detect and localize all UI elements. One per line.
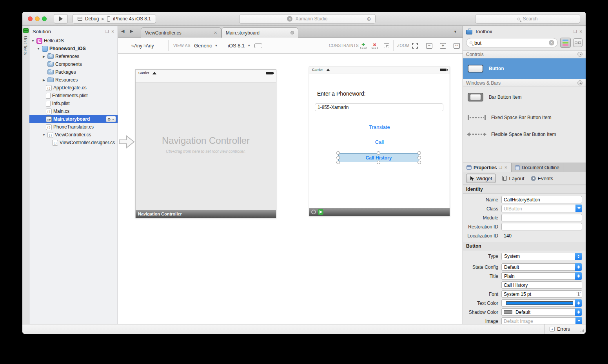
zoom-actual-size-button[interactable]: 1:1 bbox=[454, 38, 460, 54]
type-select[interactable]: System bbox=[501, 253, 582, 260]
resize-handle[interactable] bbox=[417, 161, 421, 164]
tree-item-packages[interactable]: Packages bbox=[29, 68, 118, 76]
resize-handle[interactable] bbox=[336, 151, 340, 155]
navigation-controller-view[interactable]: Navigation Controller Ctrl+drag from her… bbox=[136, 83, 276, 210]
tree-item-viewcontroller[interactable]: ▼ { } ViewController.cs bbox=[29, 131, 118, 139]
tab-document-outline[interactable]: Document Outline bbox=[512, 163, 563, 172]
toolbox-item-button[interactable]: Button bbox=[463, 58, 586, 79]
run-button[interactable] bbox=[54, 14, 68, 24]
resize-handle[interactable] bbox=[377, 151, 380, 155]
close-tab-icon[interactable]: ✕ bbox=[214, 31, 217, 35]
scene-footer-bar[interactable] bbox=[309, 208, 450, 216]
close-window-button[interactable] bbox=[28, 16, 33, 21]
close-pad-icon[interactable]: ✕ bbox=[504, 165, 507, 170]
expander-down-icon[interactable]: ▼ bbox=[31, 39, 35, 43]
expander-down-icon[interactable]: ▼ bbox=[42, 133, 46, 137]
tab-list-dropdown-icon[interactable]: ▼ bbox=[454, 30, 457, 34]
windows-bars-section-header[interactable]: Windows & Bars bbox=[463, 79, 586, 87]
view-controller-scene[interactable]: Carrier Enter a Phoneword: Translate Cal… bbox=[309, 67, 450, 216]
events-tab-button[interactable]: Events bbox=[531, 176, 554, 181]
resize-handle[interactable] bbox=[336, 161, 340, 164]
zoom-in-button[interactable]: + bbox=[440, 38, 446, 54]
navigation-controller-scene[interactable]: Carrier Navigation Controller Ctrl+drag … bbox=[135, 69, 276, 218]
storyboard-entry-arrow-icon[interactable] bbox=[119, 135, 135, 149]
nav-forward-button[interactable]: ▶ bbox=[130, 29, 133, 34]
tree-item-entitlements[interactable]: Entitlements.plist bbox=[29, 92, 118, 100]
title-mode-select[interactable]: Plain bbox=[501, 272, 582, 280]
device-dropdown[interactable]: Generic ▼ bbox=[194, 38, 218, 54]
tree-item-solution[interactable]: ▼ Hello.iOS bbox=[29, 37, 118, 45]
dock-pad-icon[interactable]: ❐ bbox=[574, 29, 577, 34]
translate-button[interactable]: Translate bbox=[309, 124, 450, 130]
view-controller-view[interactable]: Enter a Phoneword: Translate Call Call H… bbox=[309, 74, 450, 208]
tree-item-viewcontroller-designer[interactable]: { } ViewController.designer.cs bbox=[29, 139, 118, 147]
dock-pad-icon[interactable]: ❐ bbox=[105, 29, 109, 34]
storyboard-canvas[interactable]: Carrier Navigation Controller Ctrl+drag … bbox=[118, 54, 463, 324]
tab-properties[interactable]: Properties ❐ ✕ bbox=[463, 163, 512, 172]
tree-item-resources[interactable]: ▶ Resources bbox=[29, 76, 118, 84]
restoration-id-field[interactable] bbox=[501, 223, 582, 230]
toolbox-search-input[interactable] bbox=[474, 40, 547, 46]
expander-right-icon[interactable]: ▶ bbox=[42, 78, 46, 82]
expander-down-icon[interactable]: ▼ bbox=[36, 47, 40, 51]
class-field[interactable] bbox=[501, 205, 582, 212]
collapse-section-icon[interactable] bbox=[577, 52, 583, 57]
resize-grip[interactable] bbox=[580, 328, 584, 332]
image-dropdown-button[interactable] bbox=[575, 317, 582, 324]
resize-handle[interactable] bbox=[336, 156, 340, 159]
collapse-section-icon[interactable] bbox=[577, 80, 583, 85]
close-pad-icon[interactable]: ✕ bbox=[579, 29, 583, 34]
toolbox-compact-view-button[interactable] bbox=[573, 38, 583, 47]
remove-constraint-button[interactable]: ✖ bbox=[372, 38, 378, 54]
resize-handle[interactable] bbox=[417, 151, 421, 155]
clear-search-icon[interactable]: ✕ bbox=[549, 40, 554, 45]
tree-item-phonetranslator[interactable]: { } PhoneTranslator.cs bbox=[29, 123, 118, 131]
font-picker-icon[interactable]: T bbox=[577, 291, 581, 297]
global-search-field[interactable]: Search bbox=[475, 14, 580, 24]
call-history-button-selected[interactable]: Call History bbox=[338, 153, 419, 162]
update-frames-button[interactable] bbox=[384, 38, 389, 54]
run-configuration-selector[interactable]: Debug ▶ iPhone 4s iOS 8.1 bbox=[73, 14, 156, 24]
exit-segue-icon[interactable] bbox=[318, 209, 323, 215]
toolbox-item-bar-button[interactable]: Bar Button Item bbox=[463, 87, 586, 107]
toolbox-item-flexible-space[interactable]: Flexible Space Bar Button Item bbox=[463, 128, 586, 141]
tree-item-components[interactable]: Components bbox=[29, 60, 118, 68]
zoom-fit-button[interactable] bbox=[412, 38, 418, 54]
size-class-selector[interactable]: wAny hAny bbox=[131, 38, 154, 54]
view-controller-icon[interactable] bbox=[311, 210, 316, 214]
widget-tab-button[interactable]: Widget bbox=[466, 174, 496, 183]
toolbox-item-fixed-space[interactable]: Fixed Space Bar Button Item bbox=[463, 107, 586, 128]
name-field[interactable] bbox=[501, 196, 582, 203]
resize-handle[interactable] bbox=[417, 156, 421, 159]
phoneword-text-field[interactable] bbox=[315, 103, 443, 111]
zoom-out-button[interactable]: − bbox=[426, 38, 432, 54]
zoom-window-button[interactable] bbox=[42, 16, 47, 21]
tree-item-references[interactable]: ▶ References bbox=[29, 53, 118, 60]
close-pad-icon[interactable]: ✕ bbox=[111, 29, 114, 34]
module-field[interactable] bbox=[501, 214, 582, 221]
errors-pad-tab[interactable]: Errors bbox=[544, 324, 575, 334]
item-options-button[interactable]: ⚙▼ bbox=[106, 116, 116, 122]
state-config-select[interactable]: Default bbox=[501, 263, 582, 271]
nav-back-button[interactable]: ◀ bbox=[121, 29, 124, 34]
resize-handle[interactable] bbox=[377, 161, 380, 164]
tree-item-infoplist[interactable]: Info.plist bbox=[29, 100, 118, 107]
expander-right-icon[interactable]: ▶ bbox=[42, 55, 46, 58]
tab-main-storyboard[interactable]: Main.storyboard bbox=[221, 27, 298, 38]
orientation-toggle[interactable] bbox=[254, 38, 262, 54]
minimize-window-button[interactable] bbox=[35, 16, 40, 21]
shadow-color-select[interactable]: Default bbox=[501, 308, 582, 316]
text-color-select[interactable] bbox=[501, 299, 582, 307]
toolbox-search-field[interactable]: ✕ bbox=[466, 38, 558, 47]
scene-footer-bar[interactable]: Navigation Controller bbox=[136, 210, 276, 218]
font-field[interactable] bbox=[501, 290, 582, 298]
controls-section-header[interactable]: Controls bbox=[463, 50, 586, 58]
class-dropdown-button[interactable] bbox=[575, 205, 582, 212]
tree-item-storyboard-selected[interactable]: Main.storyboard ⚙▼ bbox=[29, 115, 118, 123]
tab-viewcontroller[interactable]: ViewController.cs ✕ bbox=[141, 27, 221, 38]
call-button[interactable]: Call bbox=[309, 139, 450, 145]
os-version-dropdown[interactable]: iOS 8.1 ▼ bbox=[228, 38, 250, 54]
notification-icon[interactable]: ⊕ bbox=[367, 16, 371, 22]
unit-tests-tab[interactable]: Unit Tests bbox=[23, 36, 28, 55]
layout-tab-button[interactable]: Layout bbox=[502, 176, 524, 181]
